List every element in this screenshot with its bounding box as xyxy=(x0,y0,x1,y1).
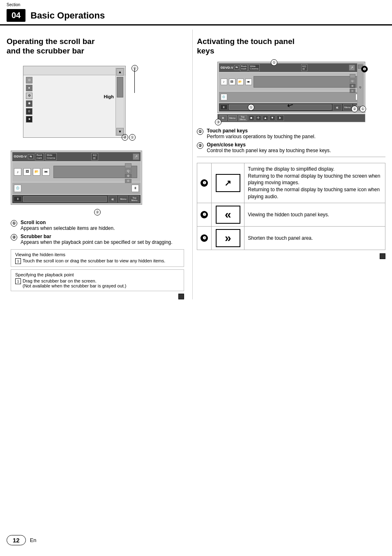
dvd-topmenu-btn[interactable]: TopMenu xyxy=(129,196,139,202)
dvd-music-icon: ♪ xyxy=(14,168,21,176)
scroll-down-button[interactable]: ▼ xyxy=(116,128,124,135)
page-number: 12 xyxy=(7,535,26,545)
key-icon-1: ↗ xyxy=(212,163,244,203)
right-section-title: Activating the touch panel keys xyxy=(197,37,385,56)
tp-arr-btn[interactable]: ⇆ xyxy=(234,65,239,70)
dvd-arrow-btn[interactable]: ⇆ xyxy=(28,154,34,159)
scroll-up-button[interactable]: ▲ xyxy=(116,68,124,76)
key-row-3: ❸ » Shorten the touch panel area. xyxy=(197,226,385,250)
key-desc-3: Shorten the touch panel area. xyxy=(244,226,385,250)
dvd-wide-btn[interactable]: WideCinema xyxy=(45,153,57,160)
tp-wide-btn[interactable]: WideCinema xyxy=(249,64,260,71)
tp-disc-icon2: 💿 xyxy=(221,94,227,100)
info-box-2-step: Drag the scrubber bar on the screen. xyxy=(23,278,127,283)
right-desc-body-1: Perform various operations by touching t… xyxy=(207,134,385,139)
dvd-r3: ⚙ xyxy=(125,174,131,178)
dvd-device-diagram: ⊙DVD-V ⇆ Bookmark WideCinema EQ|||| ↗ ♪ … xyxy=(11,151,142,205)
info-box-1-step: Touch the scroll icon or drag the scrubb… xyxy=(23,258,165,263)
right-desc-num-1: ① xyxy=(197,128,203,135)
tp-note-icon: ♪ xyxy=(221,79,227,85)
tp-r2: Q xyxy=(350,79,355,83)
desc-item-2: ② Scrubber bar Appears when the playback… xyxy=(11,234,184,245)
tp-r4: ⊙ xyxy=(350,89,355,93)
desc-item-1: ① Scroll icon Appears when selectable it… xyxy=(11,220,184,231)
callout-1-scroll: ① xyxy=(131,65,138,72)
high-label: High xyxy=(104,94,114,99)
callout-1b-scroll: ① xyxy=(129,134,136,141)
desc-body-1: Appears when selectable items are hidden… xyxy=(21,225,184,231)
key-icon-box-1: ↗ xyxy=(216,174,240,192)
key-icon-box-2: « xyxy=(216,206,240,224)
desc-num-2: ② xyxy=(11,234,17,241)
right-end-icon xyxy=(380,253,385,259)
tp-extra-cross[interactable]: ✛ xyxy=(256,115,261,121)
scroll-icon-list: ⊙ ● ⚙ ✱ 0 ★ xyxy=(26,77,32,123)
key-desc-1: Turning the display to simpli­fied displ… xyxy=(244,163,385,203)
dvd-prev-icon[interactable]: ⏮ xyxy=(42,168,50,176)
dvd-folder-icon: 📂 xyxy=(33,168,40,176)
tp-callout-1d: ① xyxy=(248,104,254,111)
desc-title-1: Scroll icon xyxy=(21,220,184,225)
dvd-logo: ⊙DVD-V xyxy=(14,155,27,158)
tp-extra-menu[interactable]: Menu xyxy=(228,115,237,121)
footer: 12 En xyxy=(0,531,43,549)
left-end-icon xyxy=(178,294,184,299)
info-box-2-note: (Not available when the scrubber bar is … xyxy=(23,283,127,288)
right-desc-num-2: ② xyxy=(197,142,203,149)
tp-extra-down[interactable]: ▼ xyxy=(270,115,275,121)
tp-prev-icon[interactable]: ⏮ xyxy=(245,79,252,85)
scroll-thumb[interactable] xyxy=(117,77,123,97)
right-desc-title-1: Touch panel keys xyxy=(207,128,385,134)
tp-callout-1a: ① xyxy=(271,59,277,66)
info-box-1: Viewing the hidden items 1 Touch the scr… xyxy=(11,249,184,267)
scrollbar-track[interactable]: ▲ ▼ xyxy=(115,68,125,136)
dvd-pause-btn[interactable]: ⏸ xyxy=(14,196,22,202)
tp-pause-btn2[interactable]: ⏸ xyxy=(220,104,228,110)
tp-img-icon: 🖼 xyxy=(229,79,235,85)
right-desc-body-2: Control the touch panel key area by touc… xyxy=(207,148,385,153)
info-box-2-title: Specifying the playback point xyxy=(15,272,180,277)
tp-book-btn[interactable]: Bookmark xyxy=(240,64,248,71)
dvd-pause-icon: ⏸ xyxy=(131,185,139,192)
left-section-title: Operating the scroll bar and the scrubbe… xyxy=(7,37,184,56)
tp-extra-play[interactable]: ⏵ xyxy=(277,115,284,121)
dvd-r2: Q xyxy=(125,169,131,173)
tp-callout-3: ③ xyxy=(215,119,221,125)
tp-extra-topmenu[interactable]: TopMenu xyxy=(238,115,247,121)
desc-title-2: Scrubber bar xyxy=(21,234,184,239)
dvd-eq-btn[interactable]: EQ|||| xyxy=(91,153,98,160)
key-num-3: ❸ xyxy=(197,226,212,250)
key-row-2: ❷ « Viewing the hidden touch panel keys. xyxy=(197,203,385,226)
touch-panel-diagram: ⊙DVD-V ⇆ Bookmark WideCinema EQ|||| ↗ ♪ … xyxy=(213,62,369,122)
dvd-menu-btn[interactable]: Menu xyxy=(118,196,128,202)
tp-r1 xyxy=(350,74,355,78)
tp-rp-mid: Q xyxy=(359,86,361,88)
tp-extra-sq[interactable]: ■ xyxy=(249,115,254,121)
tp-menu-btn[interactable]: Menu xyxy=(343,104,352,111)
dvd-r4: ⊙ xyxy=(125,179,131,183)
key-num-1: ❶ xyxy=(197,163,212,203)
tp-extra-up[interactable]: ▲ xyxy=(263,115,268,121)
tp-eq-btn[interactable]: EQ|||| xyxy=(301,64,307,71)
key-icon-2: « xyxy=(212,203,244,226)
desc-body-2: Appears when the playback point can be s… xyxy=(21,239,184,245)
header-title: Basic Operations xyxy=(30,10,105,21)
step-num-box-2: 1 xyxy=(15,278,21,284)
right-desc-item-1: ① Touch panel keys Perform various opera… xyxy=(197,128,385,139)
tp-folder-icon: 📂 xyxy=(237,79,244,85)
section-number: 04 xyxy=(7,9,25,22)
tp-callout-1c: ① xyxy=(360,106,366,112)
key-desc-2: Viewing the hidden touch panel keys. xyxy=(244,203,385,226)
tp-callout-2: ② xyxy=(351,106,358,112)
tp-callout-1b: ❶ xyxy=(361,66,368,72)
right-desc-title-2: Open/close keys xyxy=(207,142,385,148)
info-box-2: Specifying the playback point 1 Drag the… xyxy=(11,269,184,291)
dvd-kk-btn[interactable]: « xyxy=(108,196,117,202)
section-label: Section xyxy=(7,2,20,7)
tp-r3: ⚙ xyxy=(350,84,355,88)
desc-num-1: ① xyxy=(11,220,17,227)
right-desc-item-2: ② Open/close keys Control the touch pane… xyxy=(197,142,385,153)
dvd-img-icon: 🖼 xyxy=(23,168,31,176)
dvd-book-btn[interactable]: Bookmark xyxy=(35,153,44,160)
tp-kk-btn[interactable]: « xyxy=(333,104,342,111)
